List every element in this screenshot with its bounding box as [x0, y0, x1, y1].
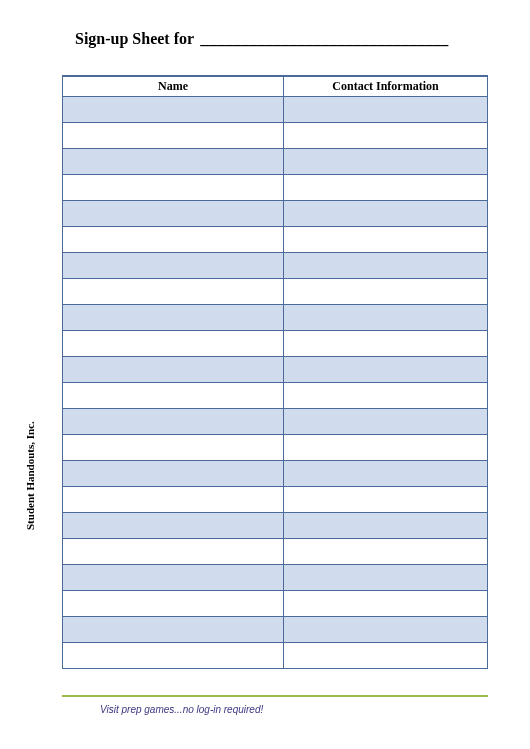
cell-contact [284, 408, 488, 434]
table-row [63, 642, 488, 668]
table-row [63, 252, 488, 278]
table-row [63, 96, 488, 122]
cell-contact [284, 512, 488, 538]
header-contact: Contact Information [284, 76, 488, 96]
table-row [63, 278, 488, 304]
cell-name [63, 434, 284, 460]
table-header-row: Name Contact Information [63, 76, 488, 96]
cell-name [63, 226, 284, 252]
table-row [63, 512, 488, 538]
cell-name [63, 304, 284, 330]
cell-name [63, 564, 284, 590]
table-row [63, 564, 488, 590]
cell-contact [284, 252, 488, 278]
cell-contact [284, 590, 488, 616]
cell-name [63, 96, 284, 122]
table-row [63, 330, 488, 356]
table-row [63, 356, 488, 382]
table-row [63, 304, 488, 330]
table-row [63, 538, 488, 564]
cell-contact [284, 564, 488, 590]
cell-contact [284, 122, 488, 148]
cell-contact [284, 226, 488, 252]
cell-name [63, 616, 284, 642]
cell-contact [284, 486, 488, 512]
table-row [63, 148, 488, 174]
cell-name [63, 200, 284, 226]
cell-name [63, 538, 284, 564]
cell-name [63, 148, 284, 174]
cell-contact [284, 200, 488, 226]
cell-contact [284, 174, 488, 200]
cell-contact [284, 538, 488, 564]
table-row [63, 434, 488, 460]
cell-contact [284, 148, 488, 174]
table-row [63, 200, 488, 226]
cell-contact [284, 96, 488, 122]
page-title: Sign-up Sheet for ______________________… [75, 30, 448, 48]
header-name: Name [63, 76, 284, 96]
cell-contact [284, 642, 488, 668]
cell-name [63, 356, 284, 382]
cell-name [63, 512, 284, 538]
table-row [63, 226, 488, 252]
cell-contact [284, 304, 488, 330]
table-row [63, 616, 488, 642]
cell-name [63, 408, 284, 434]
cell-name [63, 486, 284, 512]
cell-name [63, 278, 284, 304]
cell-contact [284, 616, 488, 642]
footer-text: Visit prep games...no log-in required! [100, 704, 263, 715]
table-row [63, 122, 488, 148]
cell-contact [284, 278, 488, 304]
cell-name [63, 252, 284, 278]
cell-name [63, 590, 284, 616]
table-row [63, 486, 488, 512]
cell-name [63, 642, 284, 668]
footer-divider [62, 695, 488, 697]
cell-name [63, 330, 284, 356]
signup-table: Name Contact Information [62, 75, 488, 669]
table-row [63, 408, 488, 434]
cell-contact [284, 434, 488, 460]
title-prefix: Sign-up Sheet for [75, 30, 194, 48]
signup-table-wrap: Name Contact Information [62, 75, 488, 669]
table-row [63, 590, 488, 616]
cell-contact [284, 382, 488, 408]
cell-name [63, 460, 284, 486]
table-row [63, 382, 488, 408]
cell-contact [284, 460, 488, 486]
cell-contact [284, 356, 488, 382]
cell-name [63, 174, 284, 200]
cell-contact [284, 330, 488, 356]
side-label: Student Handouts, Inc. [24, 421, 36, 530]
table-row [63, 174, 488, 200]
title-blank-line: _______________________________ [200, 30, 448, 48]
cell-name [63, 382, 284, 408]
table-row [63, 460, 488, 486]
cell-name [63, 122, 284, 148]
